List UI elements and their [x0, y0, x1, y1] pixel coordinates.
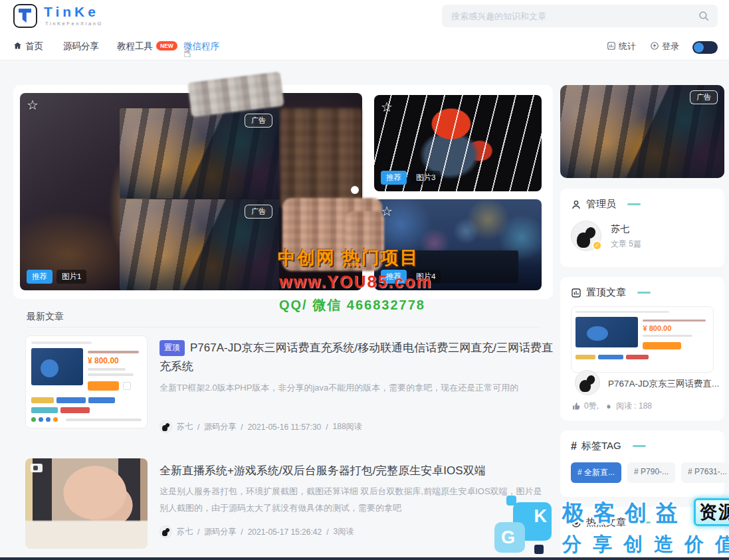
meta-separator: / — [241, 422, 243, 432]
logo-square-small-bottom — [534, 545, 544, 554]
meta-separator: / — [197, 422, 199, 432]
nav-item-source[interactable]: 源码分享 — [63, 41, 99, 52]
article-reads: 3阅读 — [333, 526, 354, 537]
flame-icon — [605, 402, 613, 411]
article-meta: 苏七 / 源码分享 / 2021-05-17 15:26:42 / 3阅读 — [159, 525, 354, 538]
heading-dash — [633, 445, 646, 447]
gallery-image-3[interactable]: ☆ 推荐 图片3 — [374, 95, 542, 191]
verified-check-icon: ✓ — [592, 240, 602, 250]
nav-stats[interactable]: 统计 — [607, 41, 636, 52]
article-reads: 188阅读 — [333, 421, 362, 432]
meta-separator: / — [197, 527, 199, 537]
brand-letter-k: K — [534, 506, 548, 527]
recommend-badge: 推荐 — [27, 270, 52, 284]
mouse-cursor-icon: ☝ — [183, 45, 191, 60]
thumb-product-image — [575, 317, 638, 347]
meta-separator: / — [241, 527, 243, 537]
heading-dash — [637, 292, 651, 294]
author-avatar[interactable] — [159, 525, 172, 538]
heading-dash — [627, 203, 641, 205]
chart-icon — [571, 288, 581, 298]
thumbs-up-icon — [572, 402, 581, 411]
nav-login[interactable]: 登录 — [650, 41, 679, 52]
overlay-ad-image-2[interactable]: 广告 — [120, 199, 279, 290]
article-date: 2021-05-16 11:57:30 — [248, 422, 322, 432]
favorite-star-icon[interactable]: ☆ — [381, 99, 393, 115]
watermark-text-2: www.YOU85.com — [279, 272, 433, 292]
brand-letter-g: G — [501, 527, 515, 548]
author-name[interactable]: 苏七 — [177, 421, 193, 432]
article-thumbnail[interactable]: ¥ 800.00 — [25, 335, 148, 428]
brand-box-label: 资源网 — [694, 498, 729, 526]
article-excerpt: 这是别人服务器打包，环境扩展截图，截图还算详细 双后台双数据库,前端原生安卓IO… — [159, 484, 545, 516]
mosaic-blob-right — [280, 108, 362, 208]
tag-item[interactable]: # 全新直... — [571, 462, 621, 483]
recommend-badge: 推荐 — [381, 171, 407, 185]
article-excerpt: 全新TP框架2.0版本PHP版本，非分享的java不能用的版本，需要的拿吧，现在… — [159, 380, 545, 397]
pinned-badge: 置顶 — [159, 340, 185, 356]
article-meta: 苏七 / 源码分享 / 2021-05-16 11:57:30 / 188阅读 — [159, 420, 362, 433]
tags-card: # 标签TAG # 全新直... # P790-... # P7631-... — [560, 430, 724, 497]
pinned-title: 置顶文章 — [586, 286, 626, 299]
new-badge: NEW — [156, 41, 177, 50]
nav-item-tutorial[interactable]: 教程工具NEW — [117, 41, 177, 52]
pinned-article-thumbnail[interactable]: ¥ 800.00 — [571, 306, 714, 373]
logo-subtitle: TinKeFenXianG — [45, 21, 103, 27]
thumb-price: ¥ 800.00 — [643, 324, 709, 332]
search-input[interactable] — [442, 5, 718, 27]
image-label: 图片1 — [56, 270, 86, 284]
section-title-latest: 最新文章 — [27, 311, 64, 323]
stats-icon — [607, 41, 616, 50]
overlay-ad-image-1[interactable]: 广告 — [120, 108, 279, 199]
article-thumbnail[interactable] — [25, 458, 148, 549]
site-logo[interactable]: TinKe TinKeFenXianG — [0, 0, 146, 32]
admin-card: 管理员 ✓ 苏七 文章 5篇 — [560, 189, 724, 267]
pinned-likes: 0赞, — [584, 401, 599, 412]
article-category[interactable]: 源码分享 — [204, 421, 236, 432]
tag-item[interactable]: # P7631-... — [681, 462, 729, 483]
thumb-buy-button — [88, 381, 119, 391]
white-dot — [351, 186, 359, 194]
watermark-text-3: QQ/ 微信 466832778 — [279, 296, 425, 314]
pinned-article-stats: 0赞, 阅读 : 188 — [572, 401, 652, 412]
brand-slogan: 分享创造价值 — [562, 531, 729, 558]
sidebar-ad-image[interactable]: 广告 — [560, 85, 724, 178]
logo-square-g: G — [494, 522, 525, 553]
meta-separator: / — [326, 422, 328, 432]
watermark-text-1: 中创网 热门项目 — [278, 246, 419, 270]
thumb-corner-icon — [31, 464, 43, 472]
dark-mode-toggle[interactable] — [692, 41, 718, 54]
admin-title: 管理员 — [586, 198, 616, 211]
pinned-article-title[interactable]: P767A-JD京东三网话费直... — [608, 378, 719, 390]
home-icon — [13, 41, 22, 50]
article-title[interactable]: 全新直播系统+游戏系统/双后台服务器打包/完整原生安卓IOS双端 — [159, 462, 553, 480]
toggle-knob — [694, 43, 704, 52]
thumb-price: ¥ 800.00 — [88, 356, 142, 365]
navbar: 首页 源码分享 教程工具NEW 微信程序 统计 登录 — [0, 32, 729, 60]
person-icon — [571, 199, 581, 210]
gallery-card: ☆ 推荐 图片1 广告 广告 ☆ 推荐 图片3 ☆ — [13, 85, 553, 299]
tags-title: 标签TAG — [581, 440, 621, 452]
admin-name[interactable]: 苏七 — [611, 223, 629, 235]
author-name[interactable]: 苏七 — [177, 526, 193, 537]
thumb-product-image — [31, 348, 83, 385]
pinned-articles-card: 置顶文章 ¥ 800.00 P767A-JD京东三网话费直... — [560, 277, 724, 420]
meta-separator: / — [326, 527, 328, 537]
logo-icon — [13, 4, 37, 28]
brand-watermark: K G 极客创益资源网 分享创造价值 — [493, 492, 729, 560]
pinned-author-avatar[interactable] — [575, 370, 600, 395]
ad-badge: 广告 — [690, 90, 718, 104]
tag-item[interactable]: # P790-... — [627, 462, 675, 483]
page: TinKe TinKeFenXianG 首页 源码分享 教程工具NEW 微信程序… — [0, 0, 729, 560]
article-title[interactable]: 置顶P767A-JD京东三网话费直充系统/移动联通电信话费三网直充/三网话费直充… — [159, 339, 553, 376]
favorite-star-icon[interactable]: ☆ — [27, 97, 39, 113]
author-avatar[interactable] — [159, 420, 172, 433]
admin-article-count: 文章 5篇 — [611, 238, 641, 250]
ad-badge: 广告 — [245, 205, 272, 219]
hash-icon: # — [571, 440, 577, 452]
pinned-reads: 阅读 : 188 — [616, 401, 652, 412]
divider — [27, 327, 540, 327]
search-icon[interactable] — [698, 10, 710, 22]
article-category[interactable]: 源码分享 — [204, 526, 236, 537]
nav-item-home[interactable]: 首页 — [13, 41, 43, 52]
